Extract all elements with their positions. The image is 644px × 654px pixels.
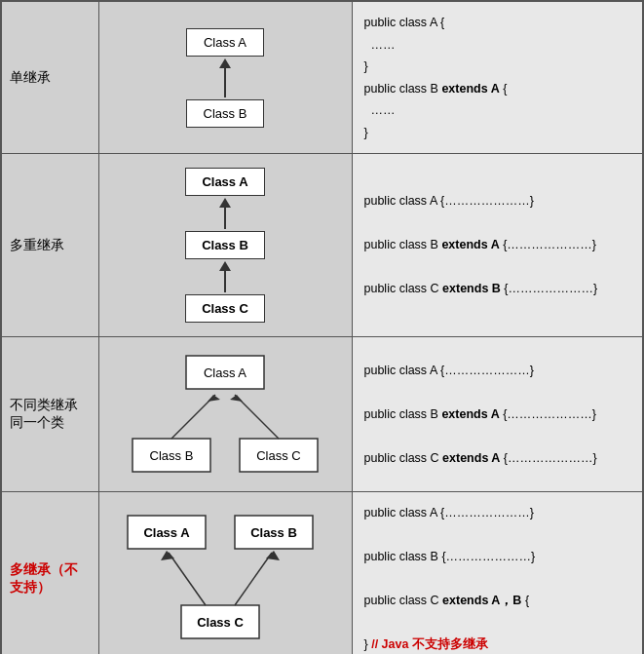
code-line bbox=[364, 612, 631, 635]
svg-text:Class A: Class A bbox=[204, 365, 246, 380]
label-multi: 多重继承 bbox=[1, 154, 98, 337]
arrow-line bbox=[224, 68, 226, 97]
code-line: public class B extends A {…………………} bbox=[364, 404, 631, 426]
arrow-line bbox=[224, 271, 226, 292]
svg-line-17 bbox=[235, 553, 272, 605]
row-multi-inheritance: 多重继承 Class A Class B Class C public clas… bbox=[1, 154, 643, 337]
code-multiple: public class A {…………………} public class B … bbox=[352, 492, 643, 655]
label-multiple: 多继承（不支持） bbox=[1, 492, 98, 655]
fork-diagram-svg: Class A Class B Class C bbox=[128, 351, 322, 478]
diagram-multiple: Class A Class B Class C bbox=[98, 492, 352, 655]
code-line: public class C extends A，B { bbox=[364, 590, 631, 612]
main-table: 单继承 Class A Class B public class A { …… … bbox=[0, 0, 644, 654]
code-line bbox=[364, 381, 631, 404]
svg-text:Class B: Class B bbox=[250, 525, 297, 540]
code-line: } // Java 不支持多继承 bbox=[364, 634, 631, 654]
svg-text:Class B: Class B bbox=[150, 448, 194, 463]
arrow-line bbox=[224, 208, 226, 229]
code-line: public class A {…………………} bbox=[364, 190, 631, 212]
code-line: …… bbox=[364, 99, 631, 122]
code-line: public class C extends A {…………………} bbox=[364, 447, 631, 470]
code-line: public class B {…………………} bbox=[364, 546, 631, 568]
code-fork: public class A {…………………} public class B … bbox=[352, 337, 643, 492]
svg-text:Class C: Class C bbox=[197, 615, 244, 630]
code-line: } bbox=[364, 122, 631, 144]
code-line: public class C extends B {…………………} bbox=[364, 278, 631, 300]
arrow-head bbox=[219, 261, 231, 271]
row-multiple-inheritance-unsupported: 多继承（不支持） Class A Class B Class C bbox=[1, 492, 643, 655]
code-line bbox=[364, 524, 631, 547]
code-multi: public class A {…………………} public class B … bbox=[352, 154, 643, 337]
class-box-B2: Class B bbox=[185, 231, 265, 259]
svg-line-16 bbox=[169, 553, 206, 605]
diagram-single: Class A Class B bbox=[98, 1, 352, 154]
label-single: 单继承 bbox=[1, 1, 98, 154]
code-line bbox=[364, 425, 631, 447]
code-line: public class A {…………………} bbox=[364, 360, 631, 382]
code-line bbox=[364, 568, 631, 591]
class-box-C2: Class C bbox=[185, 294, 265, 323]
class-box-A1: Class A bbox=[186, 28, 264, 57]
label-fork: 不同类继承同一个类 bbox=[1, 337, 98, 492]
class-box-B1: Class B bbox=[186, 99, 264, 128]
svg-text:Class C: Class C bbox=[256, 448, 301, 463]
code-line: …… bbox=[364, 34, 631, 57]
code-line: public class B extends A {…………………} bbox=[364, 234, 631, 256]
class-box-A2: Class A bbox=[185, 168, 264, 196]
row-single-inheritance: 单继承 Class A Class B public class A { …… … bbox=[1, 1, 643, 154]
code-single: public class A { …… } public class B ext… bbox=[352, 1, 643, 154]
arrow-head bbox=[219, 198, 231, 208]
svg-marker-8 bbox=[208, 395, 220, 402]
code-line bbox=[364, 256, 631, 279]
code-line: public class B extends A { bbox=[364, 78, 631, 100]
code-line: } bbox=[364, 56, 631, 78]
code-line: public class A {…………………} bbox=[364, 502, 631, 524]
diamond-diagram-svg: Class A Class B Class C bbox=[118, 508, 332, 649]
code-line bbox=[364, 212, 631, 235]
code-line: public class A { bbox=[364, 12, 631, 34]
row-fork-inheritance: 不同类继承同一个类 Class A Class B Class C bbox=[1, 337, 643, 492]
diagram-fork: Class A Class B Class C bbox=[98, 337, 352, 492]
diagram-multi: Class A Class B Class C bbox=[98, 154, 352, 337]
svg-marker-9 bbox=[230, 395, 243, 402]
arrow-head-up bbox=[219, 58, 231, 68]
svg-text:Class A: Class A bbox=[143, 525, 190, 540]
